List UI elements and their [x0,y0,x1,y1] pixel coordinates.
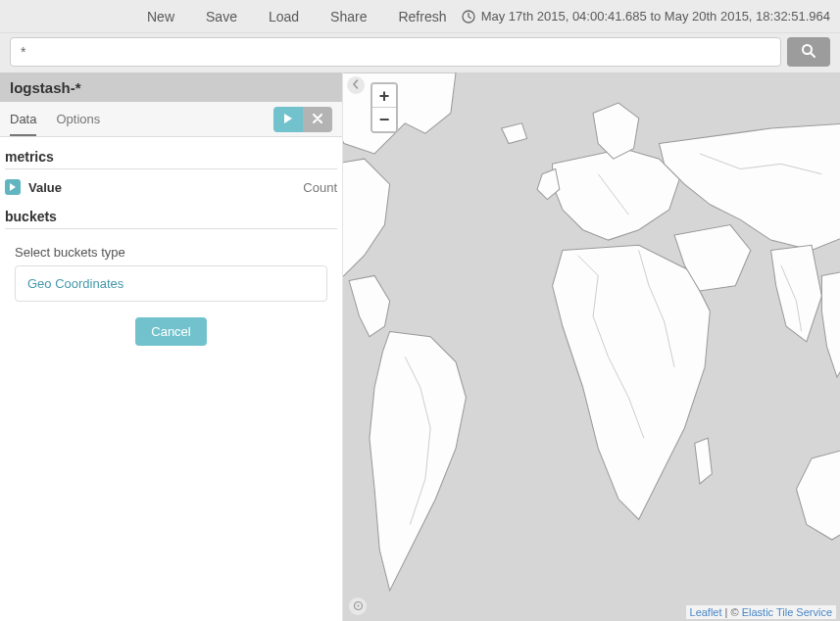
search-row [0,33,840,72]
collapse-sidebar-button[interactable] [347,76,365,94]
metric-type: Count [303,180,337,195]
map-attribution: Leaflet | © Elastic Tile Service [686,605,836,619]
timepicker[interactable]: May 17th 2015, 04:00:41.685 to May 20th … [462,9,830,24]
crosshair-icon [353,600,364,613]
nav-new[interactable]: New [147,9,174,24]
cancel-button[interactable]: Cancel [135,317,206,346]
fit-bounds-button[interactable] [349,597,367,615]
close-icon [313,112,322,126]
buckets-select-label: Select buckets type [5,235,337,265]
chevron-left-icon [351,78,361,92]
metric-label: Value [28,180,62,195]
attribution-separator: | © [722,606,742,618]
nav-save[interactable]: Save [206,9,237,24]
sidebar: logstash-* Data Options metrics [0,72,343,621]
world-map[interactable] [343,72,840,621]
top-navbar: New Save Load Share Refresh May 17th 201… [0,0,840,33]
config-panel: metrics Value Count buckets Select bucke… [0,137,342,369]
tab-row: Data Options [0,102,342,137]
svg-point-7 [357,604,359,606]
index-pattern-header[interactable]: logstash-* [0,72,342,102]
nav-refresh[interactable]: Refresh [398,9,446,24]
zoom-out-button[interactable]: − [372,108,396,131]
discard-button[interactable] [303,107,332,132]
timepicker-range: May 17th 2015, 04:00:41.685 to May 20th … [481,9,830,24]
search-button[interactable] [787,37,830,67]
nav-load[interactable]: Load [269,9,299,24]
metric-toggle-icon [5,179,21,195]
metric-row[interactable]: Value Count [5,175,337,199]
metrics-header: metrics [5,145,337,168]
nav-links: New Save Load Share Refresh [147,9,446,24]
tab-actions [273,107,332,132]
tab-options[interactable]: Options [56,104,100,134]
search-icon [801,43,816,62]
tab-data[interactable]: Data [10,104,36,136]
nav-share[interactable]: Share [330,9,367,24]
map-area[interactable]: + − [343,72,840,621]
zoom-in-button[interactable]: + [372,84,396,108]
play-icon [283,112,293,126]
clock-icon [462,10,475,24]
leaflet-link[interactable]: Leaflet [690,606,722,618]
apply-button[interactable] [273,107,303,132]
bucket-type-select: Geo Coordinates [15,265,327,302]
svg-marker-3 [284,114,292,123]
svg-marker-4 [10,183,16,191]
bucket-option-geo-coordinates[interactable]: Geo Coordinates [16,266,326,301]
buckets-header: buckets [5,205,337,228]
zoom-controls: + − [371,82,398,133]
search-input[interactable] [10,37,781,67]
main-area: logstash-* Data Options metrics [0,72,840,621]
svg-line-2 [811,53,815,57]
tile-service-link[interactable]: Elastic Tile Service [742,606,832,618]
cancel-row: Cancel [5,302,337,361]
